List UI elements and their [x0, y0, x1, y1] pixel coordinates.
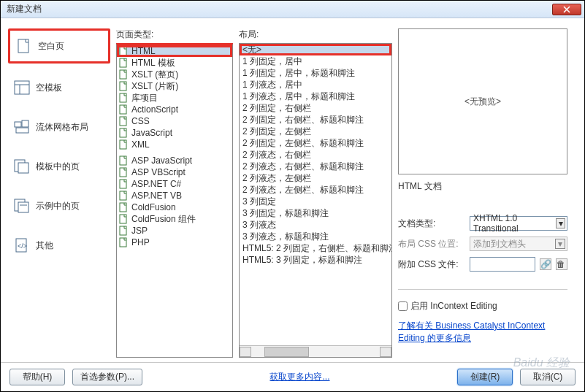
page-type-list[interactable]: HTMLHTML 模板XSLT (整页)XSLT (片断)库项目ActionSc…: [116, 43, 233, 358]
layout-item[interactable]: 1 列液态，居中: [240, 79, 391, 91]
page-type-item[interactable]: ASP.NET VB: [117, 190, 232, 201]
layout-list[interactable]: <无>1 列固定，居中1 列固定，居中，标题和脚注1 列液态，居中1 列液态，居…: [240, 44, 391, 345]
layout-item[interactable]: 3 列固定: [240, 196, 391, 207]
file-icon: [118, 202, 129, 212]
preferences-button[interactable]: 首选参数(P)...: [72, 369, 142, 385]
page-type-item-label: ASP VBScript: [131, 167, 186, 177]
layout-item[interactable]: 2 列液态，左侧栏: [240, 172, 391, 184]
file-icon: [118, 69, 129, 80]
layout-item[interactable]: 2 列固定，左侧栏、标题和脚注: [240, 137, 391, 149]
layout-item-label: 1 列液态，居中，标题和脚注: [242, 91, 355, 103]
page-type-item[interactable]: PHP: [117, 237, 232, 248]
sidebar-item-other[interactable]: </> 其他: [8, 230, 110, 261]
titlebar: 新建文档: [1, 1, 584, 18]
svg-rect-10: [18, 202, 28, 212]
page-type-item[interactable]: ActionScript: [117, 104, 232, 115]
scroll-thumb[interactable]: [264, 347, 310, 357]
link-css-button[interactable]: 🔗: [540, 258, 551, 270]
page-type-item-label: ColdFusion 组件: [131, 213, 196, 226]
layout-item[interactable]: 2 列固定，右侧栏、标题和脚注: [240, 114, 391, 126]
page-type-item[interactable]: ASP JavaScript: [117, 155, 232, 166]
dialog-content: 空白页 空模板 流体网格布局 模板中的页 示例中的页 </> 其他: [1, 18, 584, 362]
page-type-item[interactable]: CSS: [117, 115, 232, 127]
page-type-item[interactable]: JavaScript: [117, 127, 232, 139]
page-type-item[interactable]: XML: [117, 139, 232, 150]
layout-item[interactable]: 2 列液态，左侧栏、标题和脚注: [240, 184, 391, 196]
page-type-item[interactable]: HTML 模板: [117, 57, 232, 69]
svg-rect-17: [120, 82, 126, 91]
page-type-item[interactable]: ASP VBScript: [117, 166, 232, 178]
svg-rect-20: [120, 117, 126, 126]
enable-ice-checkbox[interactable]: [398, 301, 408, 311]
sidebar-item-label: 其他: [36, 239, 53, 252]
enable-ice-label: 启用 InContext Editing: [410, 300, 497, 312]
layout-item[interactable]: 2 列液态，右侧栏: [240, 149, 391, 161]
help-button[interactable]: 帮助(H): [9, 369, 65, 385]
layout-item-label: 3 列固定，标题和脚注: [242, 207, 329, 220]
new-document-dialog: 新建文档 空白页 空模板 流体网格布局 模板中的页: [0, 0, 585, 392]
svg-rect-29: [120, 226, 126, 235]
page-type-item-label: 库项目: [131, 92, 158, 104]
page-type-item-label: ColdFusion: [131, 202, 176, 212]
layout-item-label: 3 列固定: [242, 196, 276, 208]
fluid-grid-icon: [14, 119, 30, 135]
sidebar-item-blank-template[interactable]: 空模板: [8, 72, 110, 103]
page-type-item-label: JSP: [131, 226, 148, 236]
css-file-input[interactable]: [470, 257, 535, 272]
page-type-column: 页面类型: HTMLHTML 模板XSLT (整页)XSLT (片断)库项目Ac…: [116, 28, 233, 358]
svg-rect-15: [120, 58, 126, 67]
layout-item[interactable]: 1 列固定，居中，标题和脚注: [240, 67, 391, 79]
layout-item-label: 2 列固定，左侧栏: [242, 126, 311, 138]
page-type-item[interactable]: HTML: [117, 45, 232, 57]
page-type-item[interactable]: ASP.NET C#: [117, 178, 232, 190]
page-from-template-icon: [14, 158, 30, 174]
layout-item[interactable]: 3 列液态: [240, 219, 391, 231]
ice-info-link[interactable]: 了解有关 Business Catalyst InContext Editing…: [398, 320, 567, 345]
template-icon: [14, 80, 30, 96]
remove-css-button[interactable]: 🗑: [556, 258, 567, 270]
layout-item[interactable]: 1 列液态，居中，标题和脚注: [240, 91, 391, 102]
layout-item-label: HTML5: 3 列固定，标题和脚注: [242, 254, 362, 266]
scroll-track[interactable]: [251, 347, 380, 357]
css-file-label: 附加 CSS 文件:: [398, 258, 465, 271]
page-type-item[interactable]: ColdFusion: [117, 201, 232, 213]
layout-item[interactable]: HTML5: 3 列固定，标题和脚注: [240, 254, 391, 266]
page-type-item[interactable]: XSLT (片断): [117, 80, 232, 92]
page-type-item-label: CSS: [131, 116, 150, 126]
create-button[interactable]: 创建(R): [457, 369, 513, 385]
layout-item-label: 2 列液态，右侧栏、标题和脚注: [242, 161, 364, 173]
scroll-right-button[interactable]: [380, 347, 391, 357]
layout-item[interactable]: 2 列固定，左侧栏: [240, 126, 391, 137]
get-more-link[interactable]: 获取更多内容...: [269, 371, 329, 383]
layout-item[interactable]: 2 列固定，右侧栏: [240, 102, 391, 114]
css-pos-value: 添加到文档头: [473, 238, 526, 250]
scroll-left-button[interactable]: [240, 347, 251, 357]
page-type-item[interactable]: XSLT (整页): [117, 69, 232, 80]
preview-box: <无预览>: [398, 28, 567, 174]
svg-rect-19: [120, 105, 126, 114]
doctype-select[interactable]: XHTML 1.0 Transitional ▾: [470, 216, 567, 231]
preview-placeholder: <无预览>: [464, 96, 501, 108]
page-type-item[interactable]: ColdFusion 组件: [117, 213, 232, 225]
layout-scrollbar[interactable]: [240, 345, 391, 357]
layout-item-label: 1 列固定，居中: [242, 55, 302, 68]
doctype-label: 文档类型:: [398, 218, 465, 230]
svg-rect-8: [18, 163, 28, 173]
close-button[interactable]: [552, 4, 581, 15]
layout-item[interactable]: <无>: [240, 44, 391, 55]
sidebar-item-page-from-sample[interactable]: 示例中的页: [8, 191, 110, 221]
sidebar-item-fluid-grid[interactable]: 流体网格布局: [8, 112, 110, 142]
layout-item[interactable]: 2 列液态，右侧栏、标题和脚注: [240, 161, 391, 172]
layout-item[interactable]: 1 列固定，居中: [240, 55, 391, 67]
cancel-button[interactable]: 取消(C): [520, 369, 576, 385]
sidebar-item-page-from-template[interactable]: 模板中的页: [8, 151, 110, 182]
file-icon: [118, 191, 129, 201]
page-type-item[interactable]: 库项目: [117, 92, 232, 104]
layout-item[interactable]: HTML5: 2 列固定，右侧栏、标题和脚注: [240, 242, 391, 254]
layout-item[interactable]: 3 列液态，标题和脚注: [240, 231, 391, 242]
page-type-item[interactable]: JSP: [117, 225, 232, 237]
file-icon: [118, 81, 129, 91]
sidebar-item-blank-page[interactable]: 空白页: [8, 28, 110, 64]
layout-item[interactable]: 3 列固定，标题和脚注: [240, 207, 391, 219]
page-type-item-label: HTML: [131, 46, 156, 56]
